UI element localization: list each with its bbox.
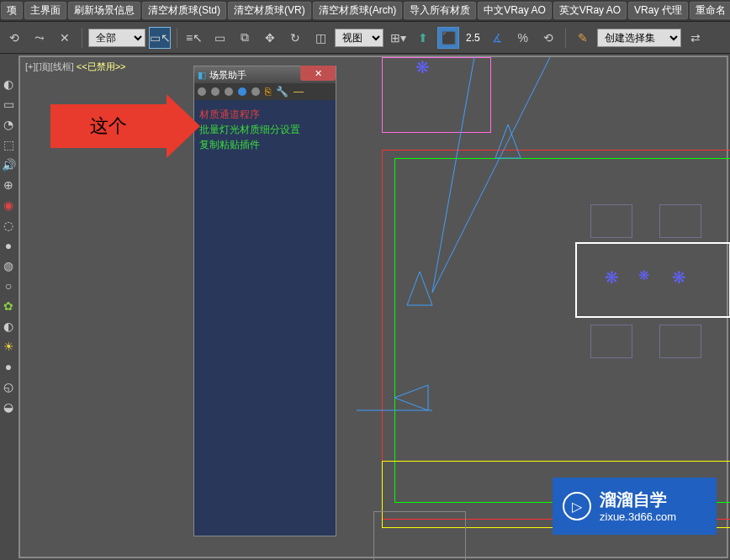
tab-dot-3[interactable] — [225, 87, 233, 96]
menu-item-6[interactable]: 导入所有材质 — [404, 2, 476, 19]
side-icon-5[interactable]: 🔊 — [2, 158, 15, 172]
snap-toggle-icon[interactable]: ⬛ — [437, 27, 459, 49]
scale-icon[interactable]: ◫ — [309, 27, 331, 49]
filter-select[interactable]: 全部 — [88, 29, 145, 47]
select-icon[interactable]: ▭↖ — [149, 27, 171, 49]
side-icon-6[interactable]: ⊕ — [2, 178, 15, 192]
select-by-name-icon[interactable]: ≡↖ — [183, 27, 205, 49]
menu-item-0[interactable]: 项 — [1, 2, 23, 19]
coord-icon[interactable]: ⊞▾ — [387, 27, 409, 49]
play-icon: ▷ — [563, 492, 591, 520]
watermark-url: zixue.3d66.com — [600, 510, 676, 525]
menu-item-2[interactable]: 刷新场景信息 — [68, 2, 140, 19]
side-icon-9[interactable]: ● — [2, 239, 15, 252]
tab-dot-4[interactable] — [238, 87, 246, 96]
wrench-icon[interactable]: 🔧 — [276, 86, 288, 98]
side-icon-14[interactable]: ☀ — [2, 340, 15, 353]
menu-item-9[interactable]: VRay 代理 — [628, 2, 688, 19]
panel-body: 材质通道程序 批量灯光材质细分设置 复制粘贴插件 — [194, 100, 336, 159]
side-icon-7[interactable]: ◉ — [2, 198, 15, 212]
watermark-title: 溜溜自学 — [600, 489, 676, 510]
annotation-arrow: 这个 — [50, 101, 202, 151]
close-icon[interactable]: ✕ — [300, 66, 336, 81]
rotate-icon[interactable]: ↻ — [284, 27, 306, 49]
tab-dot-2[interactable] — [211, 87, 220, 96]
view-select[interactable]: 视图 — [335, 29, 384, 47]
panel-item-2[interactable]: 复制粘贴插件 — [199, 137, 331, 152]
scene-helper-panel: ◧ 场景助手 ✕ ⎘ 🔧 — 材质通道程序 批量灯光材质细分设置 复制粘贴插件 — [193, 66, 336, 536]
side-icon-16[interactable]: ◵ — [2, 380, 15, 394]
side-icon-8[interactable]: ◌ — [2, 219, 15, 232]
side-icon-12[interactable]: ✿ — [2, 299, 15, 313]
menu-item-5[interactable]: 清空材质球(Arch) — [313, 2, 403, 19]
menu-item-7[interactable]: 中文VRay AO — [478, 2, 551, 19]
side-icon-2[interactable]: ▭ — [2, 98, 15, 111]
angle-snap-icon[interactable]: ∡ — [487, 27, 509, 49]
selection-set-select[interactable]: 创建选择集 — [597, 29, 681, 47]
unlink-icon[interactable]: ⤳ — [29, 27, 50, 49]
side-icon-17[interactable]: ◒ — [2, 400, 15, 414]
menu-item-1[interactable]: 主界面 — [24, 2, 66, 19]
percent-snap-icon[interactable]: % — [512, 27, 534, 49]
menu-item-10[interactable]: 重命名 — [690, 2, 730, 19]
watermark: ▷ 溜溜自学 zixue.3d66.com — [553, 478, 717, 535]
side-icon-13[interactable]: ◐ — [2, 320, 15, 333]
side-icon-1[interactable]: ◐ — [2, 77, 15, 91]
side-icon-11[interactable]: ○ — [2, 279, 15, 293]
minimize-icon[interactable]: — — [294, 86, 304, 98]
panel-title-bar[interactable]: ◧ 场景助手 ✕ — [194, 66, 336, 83]
viewport-label[interactable]: [+][顶][线框] <<已禁用>> — [25, 61, 126, 73]
panel-tab-strip: ⎘ 🔧 — — [194, 83, 336, 100]
bind-icon[interactable]: ✕ — [54, 27, 76, 49]
side-icon-4[interactable]: ⬚ — [2, 138, 15, 151]
menu-bar: 项 主界面 刷新场景信息 清空材质球(Std) 清空材质球(VR) 清空材质球(… — [0, 0, 730, 22]
menu-item-8[interactable]: 英文VRay AO — [553, 2, 627, 19]
select-region-icon[interactable]: ▭ — [209, 27, 230, 49]
panel-item-1[interactable]: 批量灯光材质细分设置 — [199, 122, 331, 137]
mirror-icon[interactable]: ⇄ — [685, 27, 706, 49]
annotation-text: 这个 — [90, 114, 127, 139]
panel-app-icon: ◧ — [198, 70, 206, 81]
edit-named-icon[interactable]: ✎ — [572, 27, 594, 49]
main-toolbar: ⟲ ⤳ ✕ 全部 ▭↖ ≡↖ ▭ ⧉ ✥ ↻ ◫ 视图 ⊞▾ ⬆ ⬛ 2.5 ∡… — [0, 22, 730, 54]
side-icon-3[interactable]: ◔ — [2, 118, 15, 131]
spinner-snap-icon[interactable]: ⟲ — [537, 27, 559, 49]
side-toolbar: ◐ ▭ ◔ ⬚ 🔊 ⊕ ◉ ◌ ● ◍ ○ ✿ ◐ ☀ ● ◵ ◒ — [0, 54, 17, 560]
menu-item-4[interactable]: 清空材质球(VR) — [228, 2, 311, 19]
snap-value: 2.5 — [463, 32, 484, 44]
panel-title: 场景助手 — [209, 69, 246, 82]
menu-item-3[interactable]: 清空材质球(Std) — [142, 2, 226, 19]
link-icon[interactable]: ⟲ — [3, 27, 25, 49]
panel-item-0[interactable]: 材质通道程序 — [199, 107, 331, 122]
tab-dot-5[interactable] — [251, 87, 260, 96]
pivot-icon[interactable]: ⬆ — [412, 27, 434, 49]
side-icon-15[interactable]: ● — [2, 360, 15, 373]
move-icon[interactable]: ✥ — [259, 27, 281, 49]
side-icon-10[interactable]: ◍ — [2, 259, 15, 272]
panel-tool-icon-1[interactable]: ⎘ — [265, 86, 271, 98]
window-crossing-icon[interactable]: ⧉ — [234, 27, 256, 49]
